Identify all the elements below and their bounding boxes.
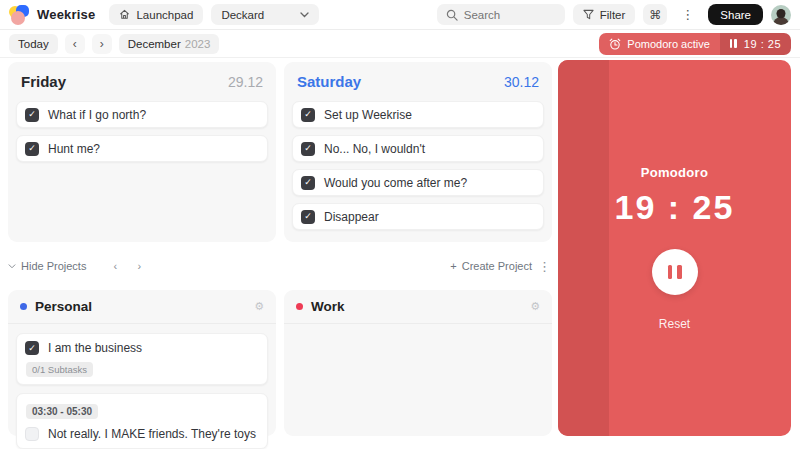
board: Friday 29.12 What if I go north? Hunt me… bbox=[0, 58, 800, 449]
day-column-saturday: Saturday 30.12 Set up Weekrise No... No,… bbox=[284, 62, 552, 242]
pomodoro-panel: Pomodoro 19 : 25 Reset bbox=[558, 60, 791, 436]
today-label: Today bbox=[18, 38, 49, 50]
user-avatar[interactable] bbox=[771, 5, 791, 25]
project-settings-gear-icon[interactable]: ⚙ bbox=[530, 300, 540, 313]
pomodoro-timer-segment[interactable]: 19 : 25 bbox=[720, 33, 791, 55]
task-row[interactable]: Set up Weekrise bbox=[292, 101, 544, 128]
day-column-friday: Friday 29.12 What if I go north? Hunt me… bbox=[8, 62, 276, 242]
project-task-card[interactable]: I am the business 0/1 Subtasks bbox=[16, 333, 268, 385]
pause-icon bbox=[668, 265, 673, 279]
search-icon bbox=[446, 9, 458, 21]
time-range-badge: 03:30 - 05:30 bbox=[26, 404, 98, 419]
subtasks-badge: 0/1 Subtasks bbox=[26, 362, 93, 377]
task-row[interactable]: Would you come after me? bbox=[292, 169, 544, 196]
project-color-dot bbox=[20, 303, 27, 310]
task-checkbox-checked[interactable] bbox=[25, 142, 39, 156]
project-task-card[interactable]: 03:30 - 05:30 Not really. I MAKE friends… bbox=[16, 393, 268, 449]
task-checkbox-checked[interactable] bbox=[25, 341, 39, 355]
task-label: Hunt me? bbox=[48, 142, 100, 156]
pomodoro-reset-button[interactable]: Reset bbox=[659, 317, 690, 331]
pomodoro-title: Pomodoro bbox=[641, 165, 708, 180]
projects-prev-button[interactable]: ‹ bbox=[106, 257, 124, 275]
task-label: What if I go north? bbox=[48, 108, 146, 122]
project-task-list: I am the business 0/1 Subtasks 03:30 - 0… bbox=[8, 324, 276, 449]
chevron-left-icon: ‹ bbox=[114, 260, 118, 272]
pomodoro-active-segment[interactable]: Pomodoro active bbox=[599, 33, 720, 55]
workspace-label: Deckard bbox=[221, 9, 264, 21]
hide-projects-button[interactable]: Hide Projects bbox=[8, 260, 86, 272]
task-label: No... No, I wouldn't bbox=[324, 142, 425, 156]
projects-more-button[interactable]: ⋮ bbox=[538, 259, 552, 274]
project-settings-gear-icon[interactable]: ⚙ bbox=[254, 300, 264, 313]
task-row[interactable]: No... No, I wouldn't bbox=[292, 135, 544, 162]
task-checkbox-checked[interactable] bbox=[301, 142, 315, 156]
task-label: Would you come after me? bbox=[324, 176, 467, 190]
hide-projects-label: Hide Projects bbox=[21, 260, 86, 272]
command-menu-button[interactable]: ⌘ bbox=[643, 4, 667, 25]
task-checkbox-checked[interactable] bbox=[301, 108, 315, 122]
app-title: Weekrise bbox=[37, 7, 95, 22]
project-color-dot bbox=[296, 303, 303, 310]
task-checkbox-checked[interactable] bbox=[25, 108, 39, 122]
share-label: Share bbox=[720, 9, 751, 21]
project-name: Work bbox=[311, 299, 522, 314]
project-card-work: Work ⚙ bbox=[284, 290, 552, 436]
chevron-right-icon: › bbox=[138, 260, 142, 272]
search-input[interactable] bbox=[464, 9, 554, 21]
task-row[interactable]: Hunt me? bbox=[16, 135, 268, 162]
alarm-clock-icon bbox=[609, 38, 621, 50]
project-name: Personal bbox=[35, 299, 246, 314]
task-label: I am the business bbox=[48, 341, 142, 355]
year-label: 2023 bbox=[185, 38, 211, 50]
project-header: Personal ⚙ bbox=[8, 290, 276, 324]
next-week-button[interactable]: › bbox=[92, 34, 112, 54]
prev-week-button[interactable]: ‹ bbox=[65, 34, 85, 54]
avatar-person-icon bbox=[771, 5, 791, 25]
workspace-dropdown[interactable]: Deckard bbox=[211, 4, 319, 25]
chevron-down-icon bbox=[300, 12, 309, 18]
chevron-left-icon: ‹ bbox=[73, 37, 77, 51]
more-options-button[interactable]: ⋮ bbox=[675, 4, 700, 25]
task-label: Not really. I MAKE friends. They're toys bbox=[48, 427, 256, 441]
home-icon bbox=[119, 9, 130, 20]
filter-button[interactable]: Filter bbox=[573, 4, 636, 25]
task-list: What if I go north? Hunt me? bbox=[8, 99, 276, 171]
day-name: Friday bbox=[21, 73, 66, 90]
day-date: 30.12 bbox=[504, 74, 539, 90]
weekrise-logo-icon bbox=[9, 5, 29, 25]
pomodoro-status-badge[interactable]: Pomodoro active 19 : 25 bbox=[599, 33, 791, 55]
create-project-button[interactable]: + Create Project bbox=[450, 260, 532, 272]
task-label: Disappear bbox=[324, 210, 379, 224]
pomodoro-badge-label: Pomodoro active bbox=[627, 38, 710, 50]
task-row[interactable]: What if I go north? bbox=[16, 101, 268, 128]
month-selector[interactable]: December 2023 bbox=[119, 34, 220, 54]
month-label: December bbox=[128, 38, 181, 50]
launchpad-label: Launchpad bbox=[136, 9, 193, 21]
plus-icon: + bbox=[450, 260, 456, 272]
projects-toolbar: Hide Projects ‹ › + Create Project ⋮ bbox=[8, 252, 552, 280]
today-button[interactable]: Today bbox=[9, 34, 58, 54]
day-name: Saturday bbox=[297, 73, 361, 90]
calendar-toolbar: Today ‹ › December 2023 Pomodoro active … bbox=[0, 30, 800, 58]
kebab-menu-icon: ⋮ bbox=[681, 7, 694, 22]
pause-icon bbox=[730, 39, 737, 48]
pomodoro-pause-button[interactable] bbox=[652, 249, 698, 295]
project-card-personal: Personal ⚙ I am the business 0/1 Subtask… bbox=[8, 290, 276, 436]
pomodoro-time: 19 : 25 bbox=[615, 188, 735, 227]
pomodoro-content: Pomodoro 19 : 25 Reset bbox=[558, 60, 791, 436]
task-label: Set up Weekrise bbox=[324, 108, 412, 122]
filter-funnel-icon bbox=[583, 9, 594, 20]
launchpad-button[interactable]: Launchpad bbox=[109, 4, 203, 25]
project-task-list bbox=[284, 324, 552, 342]
task-row[interactable]: Disappear bbox=[292, 203, 544, 230]
search-box[interactable] bbox=[437, 4, 565, 25]
day-header: Friday 29.12 bbox=[8, 62, 276, 99]
share-button[interactable]: Share bbox=[708, 4, 763, 25]
task-checkbox-unchecked[interactable] bbox=[25, 427, 39, 441]
day-header: Saturday 30.12 bbox=[284, 62, 552, 99]
task-checkbox-checked[interactable] bbox=[301, 210, 315, 224]
filter-label: Filter bbox=[600, 9, 626, 21]
projects-next-button[interactable]: › bbox=[130, 257, 148, 275]
create-project-label: Create Project bbox=[462, 260, 532, 272]
task-checkbox-checked[interactable] bbox=[301, 176, 315, 190]
